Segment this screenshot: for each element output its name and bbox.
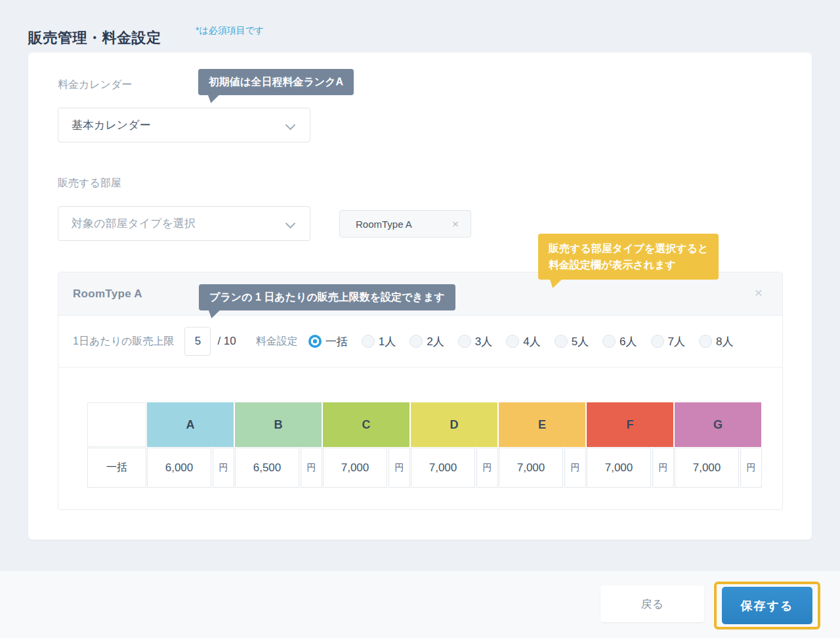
price-input-F[interactable]: 7,000 bbox=[587, 448, 651, 488]
radio-option-label: 5人 bbox=[572, 334, 589, 349]
page: 販売管理・料金設定 *は必須項目です 料金カレンダー 初期値は全日程料金ランクA… bbox=[0, 0, 840, 638]
radio-option-3人[interactable]: 3人 bbox=[458, 334, 492, 349]
radio-option-label: 4人 bbox=[523, 334, 540, 349]
price-setting-label: 料金設定 bbox=[256, 335, 298, 349]
save-button-highlight: 保存する bbox=[714, 582, 820, 629]
radio-option-label: 2人 bbox=[427, 334, 444, 349]
table-row: 6,000円 bbox=[146, 447, 234, 488]
unit-label: 円 bbox=[740, 448, 762, 488]
radio-unselected-icon[interactable] bbox=[506, 335, 519, 348]
price-setting-radio-group: 一括1人2人3人4人5人6人7人8人 bbox=[308, 334, 734, 349]
price-table-column-D: D7,000円 bbox=[410, 402, 498, 488]
table-row: 7,000円 bbox=[498, 447, 586, 488]
radio-unselected-icon[interactable] bbox=[555, 335, 568, 348]
chevron-down-icon bbox=[285, 120, 296, 131]
radio-option-2人[interactable]: 2人 bbox=[410, 334, 444, 349]
unit-label: 円 bbox=[476, 448, 498, 488]
price-input-E[interactable]: 7,000 bbox=[499, 448, 563, 488]
radio-unselected-icon[interactable] bbox=[651, 335, 664, 348]
room-type-panel: RoomType A × プランの 1 日あたりの販売上限数を設定できます 1日… bbox=[58, 272, 783, 510]
daily-limit-label: 1日あたりの販売上限 bbox=[73, 335, 174, 349]
back-button[interactable]: 戻る bbox=[600, 585, 704, 622]
price-table-column-F: F7,000円 bbox=[586, 402, 674, 488]
calendar-select[interactable]: 基本カレンダー bbox=[58, 108, 310, 142]
price-table-column-G: G7,000円 bbox=[674, 402, 762, 488]
rank-header-D: D bbox=[411, 402, 497, 447]
rank-header-C: C bbox=[323, 402, 410, 447]
radio-option-label: 3人 bbox=[475, 334, 492, 349]
radio-option-8人[interactable]: 8人 bbox=[699, 334, 733, 349]
table-row: 6,500円 bbox=[234, 447, 322, 488]
selected-room-tag-label: RoomType A bbox=[356, 219, 412, 230]
radio-option-label: 1人 bbox=[379, 334, 396, 349]
table-row: 7,000円 bbox=[586, 447, 674, 488]
table-row: 7,000円 bbox=[322, 447, 410, 488]
selected-room-tag: RoomType A × bbox=[339, 210, 471, 238]
price-input-D[interactable]: 7,000 bbox=[411, 448, 475, 488]
unit-label: 円 bbox=[301, 448, 322, 488]
room-select-tooltip: 販売する部屋タイプを選択すると 料金設定欄が表示されます bbox=[538, 234, 719, 280]
radio-option-label: 8人 bbox=[716, 334, 733, 349]
unit-label: 円 bbox=[564, 448, 586, 488]
price-table-label-column: 一括 bbox=[87, 402, 146, 488]
price-input-G[interactable]: 7,000 bbox=[675, 448, 739, 488]
save-button[interactable]: 保存する bbox=[722, 587, 812, 624]
price-table-column-A: A6,000円 bbox=[146, 402, 234, 488]
table-row: 一括 bbox=[87, 447, 146, 488]
rank-header-F: F bbox=[587, 402, 673, 447]
radio-selected-icon[interactable] bbox=[308, 335, 322, 348]
remove-tag-icon[interactable]: × bbox=[452, 219, 459, 230]
price-input-A[interactable]: 6,000 bbox=[147, 448, 211, 488]
price-row-label: 一括 bbox=[87, 448, 146, 488]
radio-option-label: 7人 bbox=[668, 334, 685, 349]
panel-divider bbox=[58, 367, 782, 368]
radio-option-4人[interactable]: 4人 bbox=[506, 334, 540, 349]
rooms-field-label: 販売する部屋 bbox=[58, 177, 121, 190]
table-row: 7,000円 bbox=[674, 447, 762, 488]
radio-option-6人[interactable]: 6人 bbox=[602, 334, 637, 349]
close-icon[interactable]: × bbox=[755, 286, 763, 299]
room-select-tooltip-line2: 料金設定欄が表示されます bbox=[549, 257, 708, 273]
daily-limit-input[interactable] bbox=[184, 327, 211, 356]
unit-label: 円 bbox=[652, 448, 674, 488]
tooltip-arrow bbox=[547, 279, 562, 288]
price-input-B[interactable]: 6,500 bbox=[235, 448, 299, 488]
radio-option-7人[interactable]: 7人 bbox=[651, 334, 685, 349]
unit-label: 円 bbox=[213, 448, 234, 488]
rank-header-G: G bbox=[675, 402, 761, 447]
radio-unselected-icon[interactable] bbox=[602, 335, 616, 348]
daily-limit-max: / 10 bbox=[217, 335, 236, 348]
price-table-column-E: E7,000円 bbox=[498, 402, 586, 488]
price-table-column-B: B6,500円 bbox=[234, 402, 322, 488]
rank-header-E: E bbox=[499, 402, 585, 447]
rank-header-B: B bbox=[235, 402, 322, 447]
settings-card: 料金カレンダー 初期値は全日程料金ランクA 基本カレンダー 販売する部屋 対象の… bbox=[28, 53, 812, 540]
room-type-select[interactable]: 対象の部屋タイプを選択 bbox=[58, 206, 310, 241]
radio-unselected-icon[interactable] bbox=[410, 335, 423, 348]
radio-option-label: 一括 bbox=[326, 334, 348, 349]
chevron-down-icon bbox=[285, 219, 296, 229]
tooltip-arrow bbox=[206, 310, 220, 318]
room-type-select-placeholder: 対象の部屋タイプを選択 bbox=[72, 216, 196, 231]
rank-header-A: A bbox=[147, 402, 234, 447]
page-title: 販売管理・料金設定 bbox=[28, 28, 161, 48]
radio-option-一括[interactable]: 一括 bbox=[308, 334, 348, 349]
radio-unselected-icon[interactable] bbox=[699, 335, 712, 348]
calendar-select-value: 基本カレンダー bbox=[72, 117, 151, 133]
calendar-tooltip: 初期値は全日程料金ランクA bbox=[198, 69, 354, 95]
price-input-C[interactable]: 7,000 bbox=[323, 448, 387, 488]
radio-unselected-icon[interactable] bbox=[458, 335, 471, 348]
price-table: 一括 A6,000円B6,500円C7,000円D7,000円E7,000円F7… bbox=[87, 402, 762, 488]
required-note: *は必須項目です bbox=[196, 25, 264, 37]
room-select-tooltip-line1: 販売する部屋タイプを選択すると bbox=[549, 240, 708, 257]
price-table-corner-cell bbox=[87, 402, 146, 447]
calendar-field-label: 料金カレンダー bbox=[58, 78, 133, 92]
daily-limit-tooltip: プランの 1 日あたりの販売上限数を設定できます bbox=[199, 284, 455, 310]
daily-limit-tooltip-text: プランの 1 日あたりの販売上限数を設定できます bbox=[209, 291, 445, 303]
radio-option-5人[interactable]: 5人 bbox=[555, 334, 589, 349]
radio-unselected-icon[interactable] bbox=[362, 335, 375, 348]
radio-option-1人[interactable]: 1人 bbox=[362, 334, 396, 349]
room-type-panel-title: RoomType A bbox=[73, 287, 142, 301]
daily-limit-controls-row: 1日あたりの販売上限 / 10 料金設定 一括1人2人3人4人5人6人7人8人 bbox=[58, 316, 782, 367]
table-row: 7,000円 bbox=[410, 447, 498, 488]
